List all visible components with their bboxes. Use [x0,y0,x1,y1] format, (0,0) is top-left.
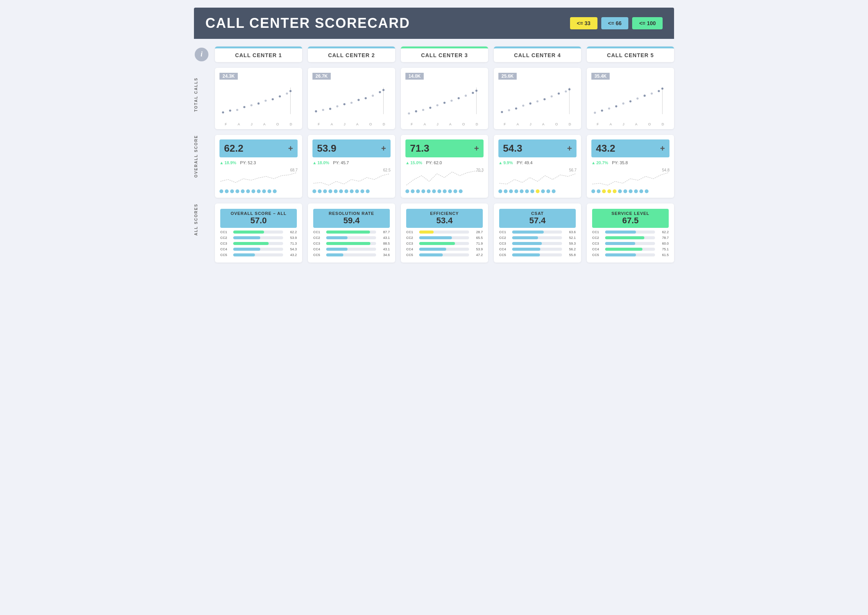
score-py-cc2: PY: 45.7 [333,160,349,165]
svg-point-40 [522,104,524,107]
dot [421,189,425,193]
bar-outer [512,236,562,239]
bar-label: CC4 [406,247,417,251]
bar-val: 75.1 [657,247,669,251]
bar-label: CC2 [220,236,231,240]
svg-point-55 [636,98,639,100]
dot [246,189,250,193]
dot [416,189,420,193]
bar-val: 65.5 [471,236,483,240]
dot [312,189,316,193]
bar-val: 43.1 [378,247,390,251]
svg-point-35 [476,90,478,92]
dot [639,189,643,193]
bar-row: CC5 43.2 [220,253,297,257]
svg-point-50 [601,110,603,112]
svg-point-23 [383,89,385,91]
score-plus-cc5: + [660,144,665,154]
all-scores-csat: CSAT 57.4 CC1 63.6 CC2 52.1 CC3 59.3 [494,203,581,263]
bar-inner [233,248,260,251]
bar-val: 61.5 [657,253,669,257]
svg-point-13 [315,110,317,112]
score-plus-cc4: + [567,144,572,154]
all-scores-service-title: SERVICE LEVEL [596,211,665,216]
bar-inner [605,236,644,239]
all-scores-resolution-header: RESOLUTION RATE 59.4 [313,209,390,228]
dot [432,189,436,193]
bar-label: CC2 [406,236,417,240]
bar-inner [326,242,370,245]
bar-outer [512,242,562,245]
dot [230,189,234,193]
score-py-cc5: PY: 35.8 [612,160,628,165]
bar-label: CC2 [592,236,603,240]
score-py-cc1: PY: 52.3 [240,160,256,165]
dot [520,189,524,193]
dot [525,189,529,193]
bar-row: CC4 75.1 [592,247,669,251]
score-sub-cc1: ▲ 18.9% PY: 52.3 [219,160,298,165]
calls-card-cc2: 26.7K FAJAOD [308,68,395,129]
dot [607,189,611,193]
trend-end-cc2: 62.5 [383,168,391,172]
bar-label: CC5 [499,253,510,257]
dot [251,189,255,193]
bar-val: 63.6 [564,230,576,234]
dot [602,189,606,193]
bar-val: 53.9 [285,236,297,240]
bar-val: 34.6 [378,253,390,257]
dot [219,189,223,193]
bar-val: 28.7 [471,230,483,234]
dot [225,189,229,193]
all-scores-overall-value: 57.0 [224,216,293,226]
svg-point-46 [565,90,567,93]
svg-point-14 [322,109,324,111]
dot [623,189,627,193]
dot [257,189,261,193]
chart-labels-cc4: FAJAOD [498,122,577,126]
svg-point-32 [458,97,460,99]
legend-item-66: <= 66 [601,17,629,29]
dot [235,189,239,193]
dot [339,189,343,193]
scatter-cc4 [498,83,577,121]
score-value-cc4: 54.3 [503,143,522,154]
center-header-1: CALL CENTER 1 [215,46,302,62]
dot [504,189,508,193]
score-badge-cc1: 62.2 + [219,139,298,157]
bar-row: CC4 43.1 [313,247,390,251]
svg-point-33 [465,94,467,97]
bar-row: CC4 53.9 [406,247,483,251]
all-scores-resolution: RESOLUTION RATE 59.4 CC1 87.7 CC2 43.1 C… [308,203,395,263]
all-scores-resolution-value: 59.4 [317,216,386,226]
bar-row: CC4 56.2 [499,247,576,251]
svg-point-42 [536,100,539,102]
score-up-cc4: ▲ 9.9% [498,160,513,165]
chart-labels-cc3: FAJAOD [405,122,484,126]
bar-label: CC3 [406,242,417,245]
calls-card-cc1: 24.3K FAJAOD [215,68,302,129]
bar-inner [419,236,452,239]
bar-label: CC2 [313,236,324,240]
dot [552,189,556,193]
score-up-cc2: ▲ 18.0% [312,160,329,165]
center-header-5: CALL CENTER 5 [587,46,674,62]
score-plus-cc2: + [381,144,386,154]
bar-row: CC1 62.2 [592,230,669,234]
dot [405,189,409,193]
bar-outer [512,253,562,256]
bar-inner [605,231,636,234]
score-value-cc5: 43.2 [596,143,615,154]
bar-inner [512,242,542,245]
bar-outer [605,231,655,234]
bar-inner [419,253,443,256]
all-scores-overall-title: OVERALL SCORE – ALL [224,211,293,216]
bar-inner [512,253,540,256]
bar-row: CC2 65.5 [406,236,483,240]
score-sub-cc5: ▲ 20.7% PY: 35.8 [591,160,669,165]
scatter-cc1 [219,83,298,121]
all-scores-csat-header: CSAT 57.4 [499,209,576,228]
bar-val: 47.2 [471,253,483,257]
chart-labels-cc5: FAJAOD [591,122,669,126]
dot-row-cc3 [405,189,484,193]
